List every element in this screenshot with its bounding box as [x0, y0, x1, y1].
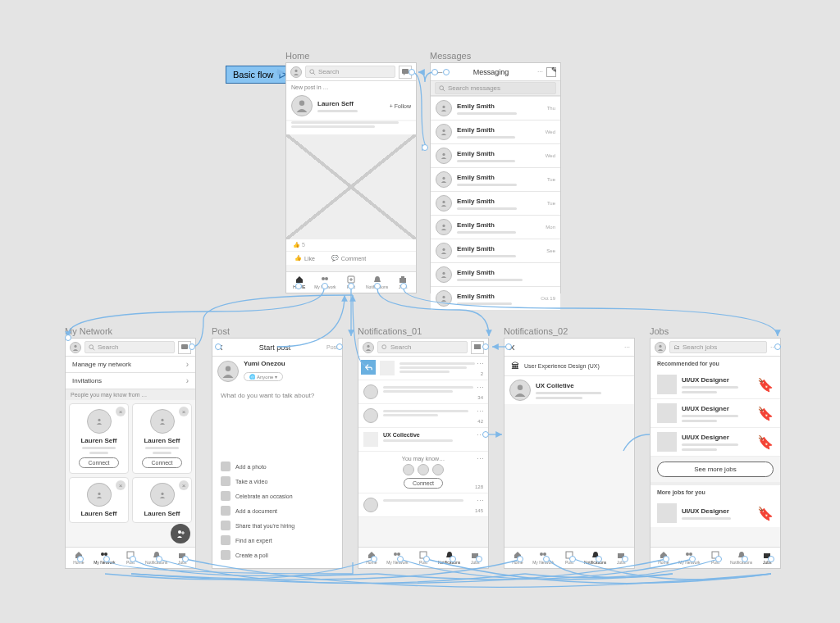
flow-node[interactable]	[422, 144, 428, 151]
job-row[interactable]: UI/UX Designer 🔖	[651, 428, 780, 457]
message-row[interactable]: Emily SmithMon	[431, 215, 560, 239]
person-card[interactable]: × Lauren Seff	[132, 477, 192, 523]
dismiss-icon[interactable]: ×	[179, 407, 189, 416]
flow-node[interactable]	[596, 556, 602, 562]
flow-node[interactable]	[482, 431, 489, 438]
flow-node[interactable]	[77, 556, 84, 562]
post-author-row[interactable]: Lauren Seff + Follow	[286, 92, 416, 120]
job-row[interactable]: UI/UX Designer 🔖	[651, 371, 780, 399]
flow-node[interactable]	[476, 556, 482, 562]
like-button[interactable]: 👍 Like	[294, 255, 315, 261]
flow-node[interactable]	[543, 556, 550, 562]
flow-node[interactable]	[431, 69, 438, 75]
invitations-row[interactable]: Invitations›	[66, 373, 195, 389]
notification-row[interactable]: ⋯34	[358, 380, 488, 404]
flow-node[interactable]	[423, 556, 430, 562]
person-card[interactable]: × Lauren Seff Connect	[69, 403, 129, 474]
search-jobs-input[interactable]: 🗂 Search jobs	[669, 341, 767, 353]
notification-row[interactable]: ⋯145	[358, 493, 488, 517]
flow-node[interactable]	[156, 556, 162, 562]
notification-row[interactable]: ⋯2	[358, 357, 488, 380]
message-row[interactable]: Emily Smith	[431, 262, 560, 286]
flow-node[interactable]	[443, 69, 450, 75]
message-row[interactable]: Emily SmithTue	[431, 191, 560, 215]
notification-row[interactable]: ⋯42	[358, 404, 488, 428]
pymk-row[interactable]: You may know… Connect ⋯128	[358, 452, 488, 493]
flow-node[interactable]	[715, 556, 722, 562]
flow-node[interactable]	[569, 556, 576, 562]
flow-node[interactable]	[517, 556, 523, 562]
flow-node[interactable]	[336, 343, 343, 350]
flow-node[interactable]	[374, 283, 381, 289]
post-action-item[interactable]: Add a photo	[221, 459, 334, 474]
flow-node[interactable]	[371, 556, 377, 562]
back-highlight[interactable]	[361, 360, 376, 375]
manage-network-row[interactable]: Manage my network›	[66, 357, 195, 373]
bookmark-icon[interactable]: 🔖	[757, 434, 774, 450]
job-row[interactable]: UI/UX Designer 🔖	[651, 399, 780, 428]
avatar-icon[interactable]	[290, 66, 302, 78]
more-icon[interactable]: ⋯	[624, 344, 630, 351]
flow-node[interactable]	[65, 334, 71, 341]
connect-button[interactable]: Connect	[79, 457, 118, 468]
message-row[interactable]: Emily SmithTue	[431, 167, 560, 191]
message-row[interactable]: Emily SmithThu	[431, 96, 560, 120]
flow-node[interactable]	[482, 343, 489, 350]
connect-button[interactable]: Connect	[404, 478, 443, 489]
flow-node[interactable]	[689, 556, 696, 562]
message-row[interactable]: Emily SmithOct 19	[431, 286, 560, 310]
person-card[interactable]: × Lauren Seff Connect	[132, 403, 192, 474]
avatar-icon[interactable]	[70, 342, 81, 353]
compose-icon[interactable]: ✎	[546, 67, 556, 77]
flow-node[interactable]	[768, 556, 774, 562]
flow-node[interactable]	[189, 343, 195, 350]
see-more-jobs-button[interactable]: See more jobs	[657, 462, 774, 477]
add-person-fab[interactable]	[171, 524, 190, 543]
search-input[interactable]: Search	[305, 66, 395, 78]
dismiss-icon[interactable]: ×	[116, 480, 126, 490]
flow-node[interactable]	[215, 343, 221, 350]
flow-node[interactable]	[397, 556, 404, 562]
bookmark-icon[interactable]: 🔖	[757, 406, 774, 421]
flow-node[interactable]	[130, 556, 136, 562]
flow-node[interactable]	[742, 556, 748, 562]
post-textarea[interactable]: What do you want to talk about?	[212, 385, 342, 459]
flow-node[interactable]	[450, 556, 456, 562]
flow-node[interactable]	[348, 283, 354, 289]
post-action-item[interactable]: Celebrate an occasion	[221, 489, 334, 503]
job-row[interactable]: UI/UX Designer 🔖	[651, 499, 780, 527]
audience-selector[interactable]: 🌐 Anyone ▾	[244, 372, 283, 381]
post-action-item[interactable]: Find an expert	[221, 533, 334, 548]
post-action-item[interactable]: Take a video	[221, 474, 334, 489]
message-row[interactable]: Emily SmithSee	[431, 239, 560, 262]
flow-node[interactable]	[400, 283, 407, 289]
post-action-item[interactable]: Add a document	[221, 503, 334, 518]
post-action-item[interactable]: Create a poll	[221, 548, 334, 562]
source-row[interactable]: UX Colletive	[504, 375, 634, 404]
message-search-input[interactable]: Search messages	[435, 82, 556, 94]
flow-node[interactable]	[182, 556, 189, 562]
flow-node[interactable]	[774, 343, 781, 350]
bookmark-icon[interactable]: 🔖	[757, 506, 774, 521]
notification-row[interactable]: UX Collective ⋯	[358, 428, 488, 452]
flow-node[interactable]	[295, 283, 302, 289]
search-input[interactable]: Search	[84, 341, 175, 353]
flow-node[interactable]	[663, 556, 669, 562]
flow-node[interactable]	[103, 556, 110, 562]
dismiss-icon[interactable]: ×	[179, 480, 189, 490]
dismiss-icon[interactable]: ×	[116, 407, 126, 416]
flow-node[interactable]	[322, 283, 328, 289]
more-icon[interactable]: ⋯	[537, 69, 543, 75]
connect-button[interactable]: Connect	[142, 457, 181, 468]
comment-button[interactable]: 💬 Comment	[331, 255, 366, 261]
person-card[interactable]: × Lauren Seff	[69, 477, 129, 523]
flow-node[interactable]	[505, 343, 512, 350]
flow-node[interactable]	[622, 556, 628, 562]
flow-node[interactable]	[409, 69, 415, 75]
post-action-item[interactable]: Share that you're hiring	[221, 518, 334, 533]
message-row[interactable]: Emily SmithWed	[431, 120, 560, 143]
search-input[interactable]: Search	[377, 341, 468, 353]
follow-button[interactable]: + Follow	[390, 103, 411, 109]
bookmark-icon[interactable]: 🔖	[757, 377, 774, 393]
message-row[interactable]: Emily SmithWed	[431, 143, 560, 167]
